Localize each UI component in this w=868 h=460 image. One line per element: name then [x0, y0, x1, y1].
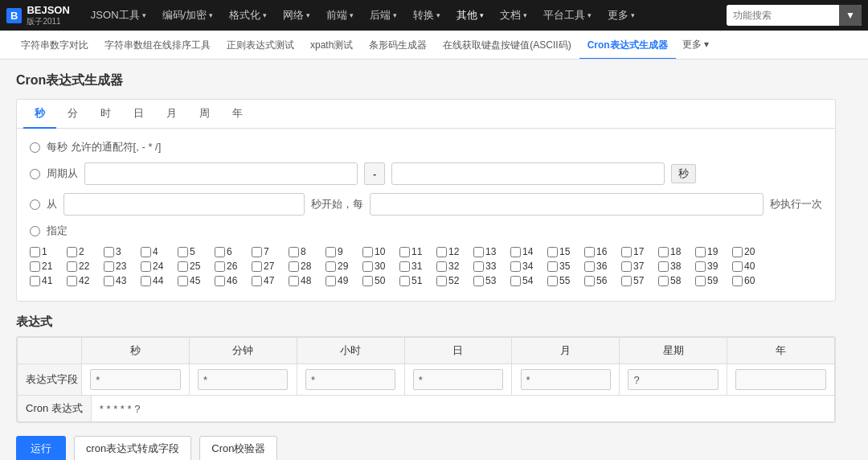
checkbox-8[interactable]: [289, 247, 299, 257]
tab-second[interactable]: 秒: [23, 100, 56, 129]
checkbox-43[interactable]: [104, 276, 114, 286]
checkbox-9[interactable]: [326, 247, 336, 257]
checkbox-21[interactable]: [30, 261, 40, 272]
subnav-ascii[interactable]: 在线获取键盘按键值(ASCII码): [435, 31, 579, 60]
checkbox-10[interactable]: [362, 247, 373, 257]
subnav-string-compare[interactable]: 字符串数字对比: [13, 31, 96, 60]
checkbox-53[interactable]: [473, 276, 484, 286]
checkbox-12[interactable]: [436, 247, 447, 257]
checkbox-41[interactable]: [30, 276, 40, 286]
checkbox-20[interactable]: [732, 247, 743, 257]
checkbox-4[interactable]: [141, 247, 151, 257]
checkbox-13[interactable]: [473, 247, 484, 257]
field-hour-input[interactable]: [305, 369, 395, 390]
checkbox-34[interactable]: [510, 261, 521, 272]
checkbox-57[interactable]: [621, 276, 632, 286]
field-min[interactable]: [189, 364, 297, 396]
checkbox-36[interactable]: [584, 261, 595, 272]
checkbox-14[interactable]: [510, 247, 521, 257]
checkbox-30[interactable]: [362, 261, 373, 272]
nav-convert[interactable]: 转换 ▾: [405, 8, 448, 23]
checkbox-50[interactable]: [362, 276, 373, 286]
to-fields-button[interactable]: cron表达式转成字段: [74, 436, 191, 460]
checkbox-42[interactable]: [67, 276, 77, 286]
checkbox-55[interactable]: [547, 276, 558, 286]
run-button[interactable]: 运行: [16, 436, 66, 460]
field-day[interactable]: [404, 364, 512, 396]
checkbox-54[interactable]: [510, 276, 521, 286]
checkbox-47[interactable]: [252, 276, 262, 286]
subnav-regex[interactable]: 正则表达式测试: [219, 31, 302, 60]
nav-encode[interactable]: 编码/加密 ▾: [154, 8, 222, 23]
radio-specify[interactable]: [30, 226, 40, 236]
checkbox-1[interactable]: [30, 247, 40, 257]
tab-year[interactable]: 年: [221, 100, 254, 129]
checkbox-52[interactable]: [436, 276, 447, 286]
cron-expression-input[interactable]: [92, 397, 834, 421]
checkbox-46[interactable]: [215, 276, 225, 286]
nav-other[interactable]: 其他 ▾: [448, 8, 492, 23]
checkbox-38[interactable]: [658, 261, 669, 272]
checkbox-24[interactable]: [141, 261, 151, 272]
checkbox-15[interactable]: [547, 247, 558, 257]
field-week-input[interactable]: [628, 369, 718, 390]
checkbox-49[interactable]: [326, 276, 336, 286]
field-year[interactable]: [727, 364, 835, 396]
field-hour[interactable]: [297, 364, 404, 396]
from-every-input[interactable]: [370, 193, 764, 216]
period-start-input[interactable]: [84, 162, 358, 185]
subnav-string-sort[interactable]: 字符串数组在线排序工具: [96, 31, 219, 60]
checkbox-25[interactable]: [178, 261, 188, 272]
radio-from[interactable]: [30, 199, 40, 210]
field-week[interactable]: [620, 364, 727, 396]
checkbox-44[interactable]: [141, 276, 151, 286]
field-day-input[interactable]: [413, 369, 503, 390]
field-month-input[interactable]: [521, 369, 611, 390]
field-sec[interactable]: [82, 364, 190, 396]
checkbox-56[interactable]: [584, 276, 595, 286]
checkbox-18[interactable]: [658, 247, 669, 257]
checkbox-26[interactable]: [215, 261, 225, 272]
nav-json[interactable]: JSON工具 ▾: [83, 8, 154, 23]
tab-day[interactable]: 日: [122, 100, 155, 129]
checkbox-16[interactable]: [584, 247, 595, 257]
checkbox-48[interactable]: [289, 276, 299, 286]
checkbox-3[interactable]: [104, 247, 114, 257]
checkbox-2[interactable]: [67, 247, 77, 257]
checkbox-11[interactable]: [399, 247, 410, 257]
nav-network[interactable]: 网络 ▾: [275, 8, 318, 23]
checkbox-5[interactable]: [178, 247, 188, 257]
tab-minute[interactable]: 分: [56, 100, 89, 129]
checkbox-39[interactable]: [695, 261, 706, 272]
subnav-barcode[interactable]: 条形码生成器: [361, 31, 435, 60]
checkbox-6[interactable]: [215, 247, 225, 257]
checkbox-29[interactable]: [326, 261, 336, 272]
nav-docs[interactable]: 文档 ▾: [492, 8, 535, 23]
checkbox-40[interactable]: [732, 261, 743, 272]
nav-frontend[interactable]: 前端 ▾: [318, 8, 362, 23]
field-sec-input[interactable]: [90, 369, 180, 390]
radio-every-second[interactable]: [30, 142, 40, 153]
subnav-more[interactable]: 更多 ▾: [676, 38, 715, 51]
period-dash-btn[interactable]: -: [364, 162, 385, 185]
subnav-cron[interactable]: Cron表达式生成器: [579, 31, 676, 60]
from-start-input[interactable]: [63, 193, 305, 216]
checkbox-59[interactable]: [695, 276, 706, 286]
checkbox-23[interactable]: [104, 261, 114, 272]
search-input[interactable]: [727, 10, 839, 21]
subnav-xpath[interactable]: xpath测试: [302, 31, 361, 60]
checkbox-33[interactable]: [473, 261, 484, 272]
nav-backend[interactable]: 后端 ▾: [362, 8, 405, 23]
checkbox-37[interactable]: [621, 261, 632, 272]
field-min-input[interactable]: [198, 369, 288, 390]
checkbox-35[interactable]: [547, 261, 558, 272]
checkbox-45[interactable]: [178, 276, 188, 286]
validate-button[interactable]: Cron校验器: [199, 436, 277, 460]
checkbox-28[interactable]: [289, 261, 299, 272]
search-button[interactable]: ▼: [839, 5, 862, 26]
checkbox-32[interactable]: [436, 261, 447, 272]
tab-hour[interactable]: 时: [89, 100, 122, 129]
checkbox-58[interactable]: [658, 276, 669, 286]
checkbox-31[interactable]: [399, 261, 410, 272]
radio-period[interactable]: [30, 169, 40, 179]
